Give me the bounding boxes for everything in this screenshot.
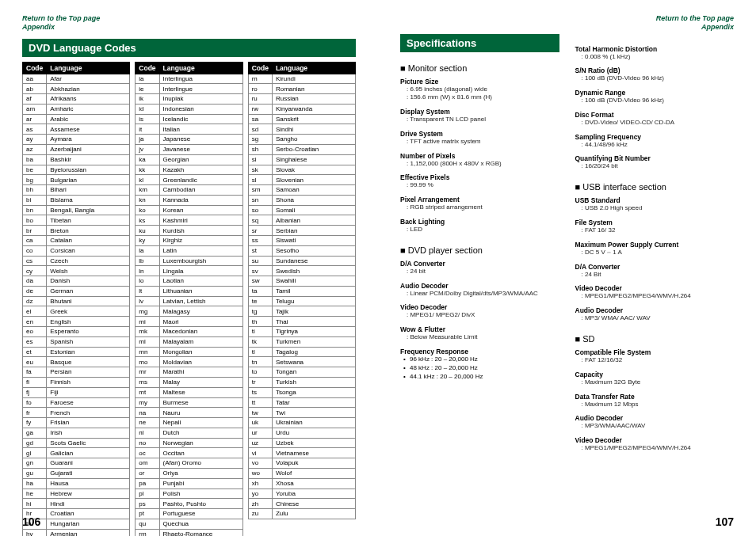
table-row: ltLithuanian	[136, 286, 242, 296]
table-row: sdSindhi	[248, 124, 355, 135]
lang-code: zh	[248, 499, 272, 509]
spec-item: CapacityMaximum 32G Byte	[575, 371, 735, 387]
spec-label: Picture Size	[400, 78, 559, 86]
lang-name: Setswana	[272, 357, 355, 367]
lang-name: Tamil	[272, 286, 355, 296]
lang-name: Serbian	[272, 226, 355, 236]
lang-code: mk	[136, 327, 159, 337]
table-row: zuZulu	[248, 509, 355, 519]
spec-label: Sampling Frequency	[575, 133, 735, 141]
table-row: faPersian	[23, 367, 130, 378]
table-row: cyWelsh	[23, 266, 130, 276]
page-number-right: 107	[716, 515, 734, 528]
lang-name: Kurdish	[159, 226, 242, 236]
table-row: isIcelandic	[136, 114, 242, 124]
table-row: voVolapuk	[248, 458, 355, 469]
lang-code: kn	[136, 195, 159, 205]
lang-name: Samoan	[272, 185, 355, 196]
specs-columns: Specifications ■ Monitor sectionPicture …	[400, 28, 734, 459]
spec-item: Display SystemTransparent TN LCD panel	[400, 108, 559, 124]
lang-name: Tatar	[272, 397, 355, 408]
spec-label: Compatible File System	[575, 348, 735, 356]
lang-name: Yoruba	[272, 488, 355, 499]
table-row: deGerman	[23, 286, 130, 296]
lang-name: Persian	[47, 367, 130, 378]
lang-code: mn	[136, 347, 159, 357]
return-top-link[interactable]: Return to the Top page	[22, 14, 356, 23]
lang-name: Afar	[47, 74, 130, 84]
lang-name: Interlingue	[159, 84, 242, 94]
lang-code: my	[136, 397, 159, 408]
lang-code: tk	[248, 336, 272, 347]
lang-name: Portuguese	[159, 509, 242, 519]
spec-value: MPEG1/ MPEG2/ DivX	[400, 311, 559, 320]
appendix-link[interactable]: Appendix	[22, 23, 356, 32]
lang-name: Maori	[159, 317, 242, 327]
table-row: skSlovak	[248, 165, 355, 175]
table-row: shSerbo-Croatian	[248, 144, 355, 154]
spec-item: Dynamic Range100 dB (DVD-Video 96 kHz)	[575, 89, 735, 105]
lang-name: Shona	[272, 195, 355, 205]
table-row: soSomali	[248, 205, 355, 215]
lang-code: sv	[248, 266, 272, 276]
lang-name: Siswati	[272, 236, 355, 246]
table-row: tiTigrinya	[248, 327, 355, 337]
spec-value: 0.008 % (1 kHz)	[575, 53, 735, 62]
spec-label: Pixel Arrangement	[400, 196, 559, 203]
lang-code: fi	[23, 377, 47, 387]
lang-name: Twi	[272, 408, 355, 418]
lang-code: ka	[136, 154, 159, 165]
lang-name: Cambodian	[159, 185, 242, 196]
spec-value: TFT active matrix system	[400, 138, 559, 146]
table-row: itItalian	[136, 124, 242, 135]
table-row: paPunjabi	[136, 478, 242, 488]
specs-col-right: Total Harmonic Distortion0.008 % (1 kHz)…	[575, 28, 735, 459]
top-links-left: Return to the Top page Appendix	[22, 14, 356, 32]
lang-code: om	[136, 458, 159, 469]
spec-label: Audio Decoder	[400, 282, 559, 290]
lang-code: ca	[23, 236, 47, 246]
lang-code: mi	[136, 317, 159, 327]
table-row: sgSangho	[248, 135, 355, 145]
lang-name: Irish	[47, 428, 130, 438]
spec-label: Dynamic Range	[575, 89, 735, 97]
spec-value: MPEG1/MPEG2/MPEG4/WMV/H.264	[575, 444, 735, 453]
lang-code: mg	[136, 306, 159, 317]
lang-code: ml	[136, 336, 159, 347]
lang-name: Tongan	[272, 367, 355, 378]
table-row: rmRhaeto-Romance	[136, 529, 242, 536]
table-row: neNepali	[136, 418, 242, 428]
lang-name: Volapuk	[272, 458, 355, 469]
lang-code: sk	[248, 165, 272, 175]
lang-name: Finnish	[47, 377, 130, 387]
lang-name: Laotian	[159, 276, 242, 287]
spec-label: Back Lighting	[400, 218, 559, 226]
lang-name: Moldavian	[159, 357, 242, 367]
lang-code: am	[23, 104, 47, 114]
spec-value: Below Measurable Limit	[400, 333, 559, 342]
lang-name: Greenlandic	[159, 175, 242, 185]
lang-name: Tibetan	[47, 215, 130, 226]
lang-name: Somali	[272, 205, 355, 215]
lang-name: Swahili	[272, 276, 355, 287]
return-top-link[interactable]: Return to the Top page	[400, 14, 734, 23]
spec-value: 6.95 inches (diagonal) wide	[400, 86, 559, 94]
lang-name: Bislama	[47, 195, 130, 205]
lang-code: bi	[23, 195, 47, 205]
spec-value: FAT 12/16/32	[575, 356, 735, 365]
spec-item: USB StandardUSB 2.0 High speed	[575, 196, 735, 213]
spec-item: Audio DecoderLinear PCM/Dolby Digital/dt…	[400, 282, 559, 298]
lang-name: Latin	[159, 245, 242, 256]
lang-code: ro	[248, 84, 272, 94]
lang-name: Bulgarian	[47, 175, 130, 185]
spec-label: Video Decoder	[575, 284, 735, 292]
spec-item: Maximum Power Supply CurrentDC 5 V ⎓ 1 A	[575, 241, 735, 257]
lang-code: sd	[248, 124, 272, 135]
lang-code: ia	[136, 74, 159, 84]
lang-name: Hindi	[47, 499, 130, 509]
spec-item: Quantifying Bit Number16/20/24 bit	[575, 154, 735, 171]
lang-name: Catalan	[47, 236, 130, 246]
spec-value: MP3/ WMA/ AAC/ WAV	[575, 314, 735, 323]
lang-name: Norwegian	[159, 438, 242, 448]
table-row: sqAlbanian	[248, 215, 355, 226]
